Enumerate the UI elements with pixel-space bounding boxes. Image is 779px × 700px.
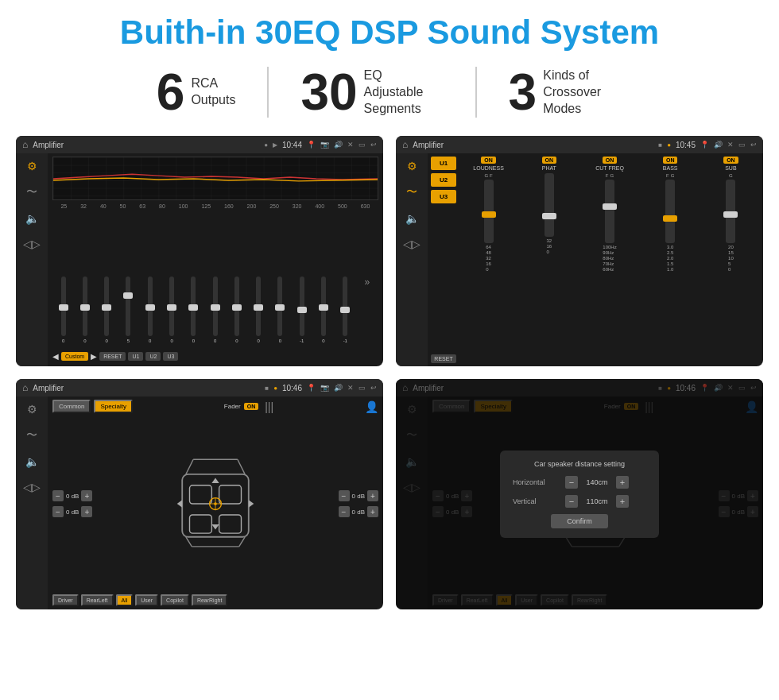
- zone-all-btn[interactable]: All: [116, 594, 134, 606]
- eq-back-icon[interactable]: ↩: [370, 141, 377, 149]
- slider-track-7[interactable]: [191, 277, 196, 336]
- eq-filter-icon[interactable]: ⚙: [27, 160, 37, 172]
- cross-wave-icon[interactable]: 〜: [406, 185, 417, 199]
- bass-on-badge[interactable]: ON: [663, 157, 678, 164]
- phat-on-badge[interactable]: ON: [542, 157, 557, 164]
- cross-u1-btn[interactable]: U1: [431, 157, 456, 170]
- svg-line-3: [238, 459, 245, 474]
- fl-minus-btn[interactable]: −: [52, 490, 64, 501]
- loudness-label: LOUDNESS: [473, 165, 504, 171]
- left-speaker-controls: − 0 dB + − 0 dB +: [52, 416, 92, 591]
- fader-specialty-tab[interactable]: Specialty: [94, 400, 132, 413]
- bass-f-label: F: [666, 173, 669, 178]
- fader-common-tab[interactable]: Common: [52, 400, 91, 413]
- fader-on-badge[interactable]: ON: [244, 403, 259, 410]
- eq-slider-6: 0: [169, 277, 174, 348]
- svg-rect-8: [190, 485, 212, 504]
- sub-fader[interactable]: [726, 180, 735, 243]
- fader-back-icon[interactable]: ↩: [370, 384, 377, 392]
- loudness-fader[interactable]: [484, 180, 494, 243]
- slider-track-13[interactable]: [321, 277, 326, 336]
- rr-plus-btn[interactable]: +: [367, 506, 378, 517]
- eq-wave-icon[interactable]: 〜: [26, 185, 37, 199]
- slider-track-14[interactable]: [343, 277, 347, 336]
- cross-back-icon[interactable]: ↩: [750, 141, 757, 149]
- horizontal-plus-btn[interactable]: +: [616, 476, 629, 489]
- fader-home-icon[interactable]: ⌂: [22, 382, 28, 393]
- eq-speaker-icon[interactable]: 🔈: [25, 212, 39, 225]
- fader-dot2-icon: ●: [273, 385, 277, 392]
- slider-track-6[interactable]: [169, 277, 174, 336]
- confirm-button[interactable]: Confirm: [551, 514, 608, 528]
- rr-minus-btn[interactable]: −: [339, 506, 350, 517]
- slider-track-9[interactable]: [234, 277, 239, 336]
- svg-marker-19: [249, 501, 254, 508]
- eq-reset-btn[interactable]: RESET: [99, 352, 126, 361]
- rl-minus-btn[interactable]: −: [52, 506, 64, 517]
- eq-close-icon: ✕: [347, 141, 354, 149]
- expand-icon[interactable]: »: [365, 277, 370, 288]
- rl-val: 0 dB: [66, 509, 79, 516]
- sub-on-badge[interactable]: ON: [723, 157, 738, 164]
- phat-label: PHAT: [542, 165, 556, 171]
- fl-plus-btn[interactable]: +: [81, 490, 92, 501]
- vertical-plus-btn[interactable]: +: [616, 495, 629, 508]
- horizontal-minus-btn[interactable]: −: [565, 476, 578, 489]
- zone-rearleft-btn[interactable]: RearLeft: [81, 594, 114, 606]
- slider-track-11[interactable]: [277, 277, 282, 336]
- rl-plus-btn[interactable]: +: [81, 506, 92, 517]
- cross-vol-ctrl-icon[interactable]: ◁▷: [403, 238, 421, 250]
- cross-u2-btn[interactable]: U2: [431, 173, 456, 187]
- cutfreq-100hz: 100Hz: [603, 245, 616, 249]
- slider-track-12[interactable]: [300, 277, 304, 336]
- cutfreq-fader[interactable]: [605, 180, 614, 243]
- vertical-minus-btn[interactable]: −: [565, 495, 578, 508]
- fader-sidebar: ⚙ 〜 🔈 ◁▷: [16, 396, 48, 609]
- eq-slider-8: 0: [213, 277, 218, 348]
- cutfreq-on-badge[interactable]: ON: [603, 157, 618, 164]
- cross-spk-icon[interactable]: 🔈: [405, 212, 419, 225]
- fader-spk-icon[interactable]: 🔈: [25, 455, 39, 468]
- cross-home-icon[interactable]: ⌂: [402, 139, 408, 150]
- eq-volume-icon[interactable]: ◁▷: [23, 238, 41, 250]
- cross-rect-icon: ▭: [738, 141, 746, 149]
- speaker-row-fr: − 0 dB +: [339, 490, 378, 501]
- slider-track-5[interactable]: [148, 277, 153, 336]
- slider-track-1[interactable]: [61, 277, 66, 336]
- zone-driver-btn[interactable]: Driver: [52, 594, 79, 606]
- eq-u3-btn[interactable]: U3: [163, 352, 178, 361]
- dialog-title: Car speaker distance setting: [513, 460, 646, 468]
- eq-slider-2: 0: [83, 277, 87, 348]
- eq-prev-btn[interactable]: ◀: [52, 352, 59, 361]
- slider-track-8[interactable]: [213, 277, 218, 336]
- eq-rect-icon: ▭: [358, 141, 366, 149]
- eq-u1-btn[interactable]: U1: [128, 352, 143, 361]
- fader-main-area: ⚙ 〜 🔈 ◁▷ Common Specialty Fader ON ||| 👤: [16, 396, 383, 609]
- slider-track-3[interactable]: [104, 277, 109, 336]
- cross-reset-btn[interactable]: RESET: [431, 354, 456, 363]
- loudness-on-badge[interactable]: ON: [481, 157, 496, 164]
- fader-body: − 0 dB + − 0 dB +: [52, 416, 378, 591]
- fader-wave-icon[interactable]: 〜: [26, 428, 37, 443]
- distance-dialog: Car speaker distance setting Horizontal …: [500, 451, 659, 538]
- slider-track-4[interactable]: [126, 277, 130, 336]
- slider-track-10[interactable]: [256, 277, 261, 336]
- fr-minus-btn[interactable]: −: [339, 490, 350, 501]
- eq-u2-btn[interactable]: U2: [145, 352, 161, 361]
- cross-filter-icon[interactable]: ⚙: [407, 160, 417, 172]
- zone-user-btn[interactable]: User: [135, 594, 158, 606]
- bass-val-1: 1.0: [667, 267, 673, 272]
- zone-copilot-btn[interactable]: Copilot: [161, 594, 189, 606]
- fader-vol-ctrl-icon[interactable]: ◁▷: [23, 481, 41, 493]
- eq-next-btn[interactable]: ▶: [91, 352, 97, 361]
- cross-u3-btn[interactable]: U3: [431, 190, 456, 203]
- fader-filter-icon[interactable]: ⚙: [27, 403, 37, 416]
- eq-home-icon[interactable]: ⌂: [22, 139, 28, 150]
- zone-rearright-btn[interactable]: RearRight: [192, 594, 228, 606]
- fr-plus-btn[interactable]: +: [367, 490, 378, 501]
- slider-track-2[interactable]: [83, 277, 87, 336]
- bass-fader[interactable]: [665, 180, 675, 243]
- eq-custom-btn[interactable]: Custom: [61, 352, 88, 361]
- phat-fader[interactable]: [545, 173, 554, 237]
- speaker-row-rr: − 0 dB +: [339, 506, 378, 517]
